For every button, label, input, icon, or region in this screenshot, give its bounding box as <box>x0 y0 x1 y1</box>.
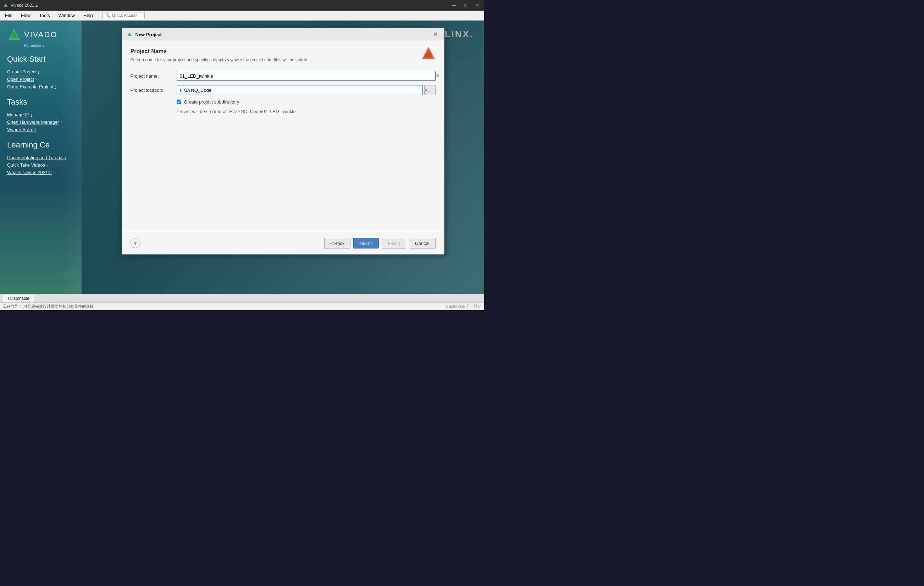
project-location-clear-icon[interactable]: ✕ <box>423 87 430 94</box>
sidebar-item-open-project[interactable]: Open Project › <box>7 76 74 83</box>
sidebar-item-manage-ip[interactable]: Manage IP › <box>7 111 74 119</box>
main-area: VIVADO ML Editions Quick Start Create Pr… <box>0 21 484 294</box>
new-project-dialog: New Project ✕ Project Name Enter a name … <box>122 28 444 255</box>
sidebar-item-docs-tutorials[interactable]: Documentation and Tutorials <box>7 154 74 161</box>
chevron-right-icon: › <box>38 70 39 74</box>
search-icon: 🔍 <box>106 13 111 18</box>
menu-help[interactable]: Help <box>80 12 96 20</box>
next-button[interactable]: Next > <box>353 238 379 249</box>
svg-marker-3 <box>127 32 132 36</box>
dialog-footer: ? < Back Next > Finish Cancel <box>122 232 444 254</box>
sidebar-item-whats-new[interactable]: What's New in 2021.2 › <box>7 169 74 176</box>
back-button[interactable]: < Back <box>324 238 350 249</box>
dialog-close-button[interactable]: ✕ <box>431 31 440 38</box>
tasks-section: Tasks Manage IP › Open Hardware Manager … <box>7 97 74 133</box>
tcl-bar: Tcl Console <box>0 294 484 302</box>
project-name-row: Project name: ✕ <box>130 71 436 81</box>
project-location-label: Project location: <box>130 87 177 93</box>
project-name-input[interactable] <box>177 71 436 81</box>
tcl-console-tab[interactable]: Tcl Console <box>3 295 34 302</box>
chevron-right-icon: › <box>54 85 56 89</box>
project-location-field-wrapper: ✕ ... <box>177 85 436 95</box>
project-path-prefix: Project will be created at: <box>177 109 229 114</box>
chevron-right-icon: › <box>53 171 54 174</box>
project-location-row: Project location: ✕ ... <box>130 85 436 95</box>
menu-tools[interactable]: Tools <box>35 12 53 20</box>
quick-access-bar[interactable]: 🔍 Quick Access <box>102 12 145 19</box>
dialog-titlebar: New Project ✕ <box>122 28 444 41</box>
sidebar-item-create-project[interactable]: Create Project › <box>7 68 74 76</box>
sidebar-item-vivado-store[interactable]: Vivado Store › <box>7 126 74 133</box>
finish-button[interactable]: Finish <box>382 238 406 249</box>
project-name-clear-icon[interactable]: ✕ <box>434 72 441 79</box>
modal-overlay: New Project ✕ Project Name Enter a name … <box>82 21 484 294</box>
menu-file[interactable]: File <box>2 12 16 20</box>
quick-access-label: Quick Access <box>112 13 138 18</box>
app-title: Vivado 2021.2 <box>11 3 450 8</box>
quick-start-section: Quick Start Create Project › Open Projec… <box>7 54 74 91</box>
project-location-input[interactable] <box>177 85 423 95</box>
menubar: File Flow Tools Window Help 🔍 Quick Acce… <box>0 11 484 21</box>
help-button[interactable]: ? <box>130 238 140 248</box>
vivado-logo: VIVADO <box>7 28 74 42</box>
learning-title: Learning Ce <box>7 140 74 150</box>
minimize-button[interactable]: — <box>450 2 458 8</box>
right-content: XILINX. New Project ✕ <box>82 21 484 294</box>
project-path-value: F:/ZYNQ_Code/01_LED_twinkle <box>229 109 295 114</box>
statusbar: 工程向导 会引导您完成设计源文件和目标器件的选择 CSDN @追无一只鞋 <box>0 302 484 310</box>
titlebar: Vivado 2021.2 — □ ✕ <box>0 0 484 11</box>
project-path-display: Project will be created at: F:/ZYNQ_Code… <box>177 109 436 114</box>
dialog-body: Project Name Enter a name for your proje… <box>122 41 444 232</box>
chevron-right-icon: › <box>61 120 62 124</box>
project-name-label: Project name: <box>130 73 177 79</box>
sidebar-item-quick-take-videos[interactable]: Quick Take Videos › <box>7 161 74 169</box>
create-subdirectory-checkbox[interactable] <box>177 100 181 104</box>
learning-section: Learning Ce Documentation and Tutorials … <box>7 140 74 176</box>
create-subdirectory-label: Create project subdirectory <box>184 99 239 105</box>
dialog-logo <box>420 44 437 63</box>
status-text: 工程向导 会引导您完成设计源文件和目标器件的选择 <box>3 304 94 309</box>
dialog-icon <box>126 31 133 38</box>
chevron-right-icon: › <box>31 113 32 117</box>
dialog-title: New Project <box>135 32 431 37</box>
logo-area: VIVADO ML Editions <box>7 28 74 48</box>
chevron-right-icon: › <box>35 77 36 81</box>
cancel-button[interactable]: Cancel <box>409 238 435 249</box>
tasks-title: Tasks <box>7 97 74 107</box>
credits-text: CSDN @追无一只鞋 <box>446 304 481 309</box>
create-subdirectory-row: Create project subdirectory <box>177 99 436 105</box>
sidebar: VIVADO ML Editions Quick Start Create Pr… <box>0 21 82 294</box>
app-icon <box>3 2 8 8</box>
project-name-field-wrapper: ✕ <box>177 71 436 81</box>
maximize-button[interactable]: □ <box>462 2 469 8</box>
menu-flow[interactable]: Flow <box>17 12 34 20</box>
ml-editions-text: ML Editions <box>24 43 74 48</box>
close-button[interactable]: ✕ <box>474 2 481 8</box>
chevron-right-icon: › <box>35 128 36 132</box>
dialog-description: Enter a name for your project and specif… <box>130 58 436 63</box>
sidebar-item-open-example[interactable]: Open Example Project › <box>7 83 74 91</box>
vivado-logo-icon <box>7 28 21 42</box>
svg-marker-0 <box>3 3 8 7</box>
chevron-right-icon: › <box>46 163 48 167</box>
vivado-brand-text: VIVADO <box>24 30 58 40</box>
menu-window[interactable]: Window <box>55 12 78 20</box>
quick-start-title: Quick Start <box>7 54 74 64</box>
sidebar-item-hardware-manager[interactable]: Open Hardware Manager › <box>7 119 74 126</box>
dialog-section-title: Project Name <box>130 48 436 54</box>
window-controls: — □ ✕ <box>450 2 481 8</box>
